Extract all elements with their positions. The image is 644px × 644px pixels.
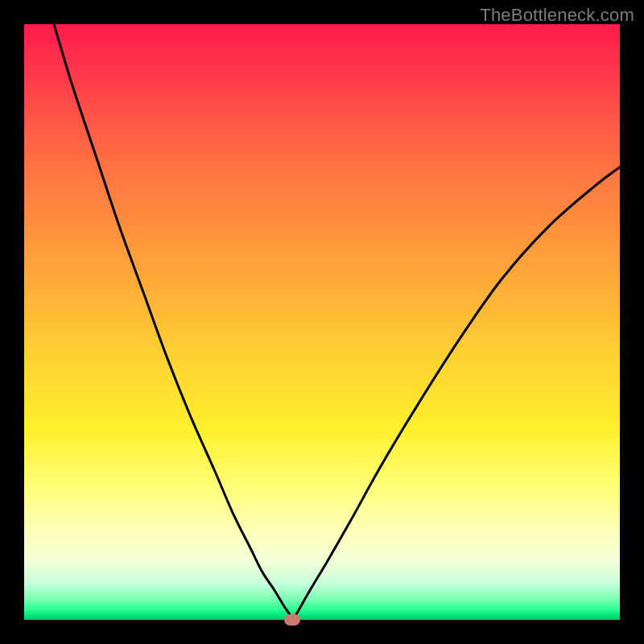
outer-frame: TheBottleneck.com bbox=[0, 0, 644, 644]
bottleneck-curve bbox=[54, 24, 620, 620]
watermark-text: TheBottleneck.com bbox=[480, 5, 634, 26]
curve-svg bbox=[24, 24, 620, 620]
optimal-point-marker bbox=[284, 614, 300, 625]
